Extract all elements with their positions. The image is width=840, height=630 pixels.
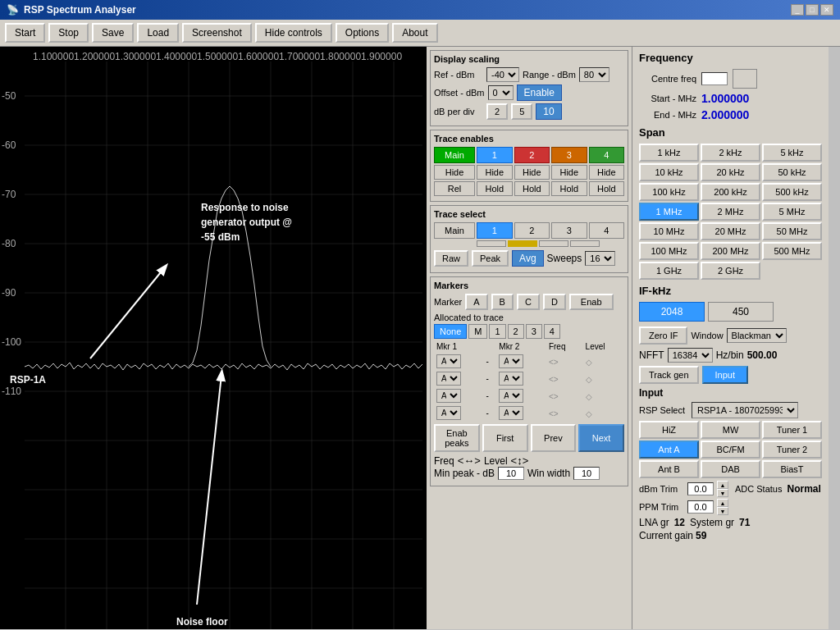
avg-button[interactable]: Avg — [512, 250, 543, 267]
trace-2-btn[interactable]: 2 — [514, 147, 550, 163]
span-1ghz[interactable]: 1 GHz — [639, 262, 699, 280]
rsp-select[interactable]: RSP1A - 1807025993 — [692, 402, 798, 418]
window-select[interactable]: Blackman — [727, 328, 787, 343]
prev-button[interactable]: Prev — [531, 424, 577, 452]
bc-fm-btn[interactable]: BC/FM — [701, 441, 760, 459]
hide-1-btn[interactable]: Hide — [477, 165, 513, 180]
span-10khz[interactable]: 10 kHz — [639, 163, 699, 181]
about-button[interactable]: About — [392, 23, 437, 43]
tuner2-btn[interactable]: Tuner 2 — [762, 441, 822, 459]
ppm-down-btn[interactable]: ▼ — [717, 507, 728, 515]
hide-2-btn[interactable]: Hide — [514, 165, 550, 180]
winwidth-input[interactable] — [573, 467, 600, 480]
alloc-m-btn[interactable]: M — [468, 324, 487, 339]
sel-3-btn[interactable]: 3 — [551, 222, 587, 239]
start-button[interactable]: Start — [5, 23, 45, 43]
hide-4-btn[interactable]: Hide — [589, 165, 625, 180]
dbm-trim-input[interactable] — [687, 482, 714, 495]
enab-peaks-button[interactable]: Enab peaks — [434, 424, 480, 452]
sel-4-btn[interactable]: 4 — [589, 222, 625, 239]
freq-spin[interactable] — [733, 69, 757, 89]
trace-4-btn[interactable]: 4 — [589, 147, 625, 163]
span-500mhz[interactable]: 500 MHz — [762, 242, 822, 260]
hide-main-btn[interactable]: Hide — [434, 165, 475, 180]
span-2khz[interactable]: 2 kHz — [701, 144, 760, 162]
hiz-btn[interactable]: HiZ — [639, 421, 699, 439]
marker-a-btn[interactable]: A — [465, 294, 487, 310]
if-2048-btn[interactable]: 2048 — [639, 302, 705, 322]
span-200khz[interactable]: 200 kHz — [701, 183, 760, 201]
hide-controls-button[interactable]: Hide controls — [255, 23, 332, 43]
ppm-trim-spin[interactable]: ▲ ▼ — [717, 499, 728, 515]
mkr1-row3-select[interactable]: A — [436, 389, 461, 403]
span-100mhz[interactable]: 100 MHz — [639, 242, 699, 260]
span-1mhz[interactable]: 1 MHz — [639, 203, 699, 221]
enable-button[interactable]: Enable — [517, 84, 562, 101]
span-1khz[interactable]: 1 kHz — [639, 144, 699, 162]
rel-main-btn[interactable]: Rel — [434, 181, 475, 196]
first-button[interactable]: First — [482, 424, 528, 452]
nfft-select[interactable]: 16384 — [668, 348, 713, 363]
mkr1-row2-select[interactable]: A — [436, 372, 461, 386]
span-20khz[interactable]: 20 kHz — [701, 163, 760, 181]
stop-button[interactable]: Stop — [48, 23, 89, 43]
trace-1-btn[interactable]: 1 — [477, 147, 513, 163]
if-450-btn[interactable]: 450 — [708, 302, 774, 322]
dab-btn[interactable]: DAB — [701, 460, 760, 478]
ppm-trim-input[interactable] — [687, 500, 714, 514]
hold-4-btn[interactable]: Hold — [589, 181, 625, 196]
dbm-up-btn[interactable]: ▲ — [717, 481, 728, 489]
mkr2-row4-select[interactable]: A — [499, 406, 523, 420]
dbm-down-btn[interactable]: ▼ — [717, 489, 728, 497]
span-100khz[interactable]: 100 kHz — [639, 183, 699, 201]
alloc-3-btn[interactable]: 3 — [526, 324, 542, 339]
span-500khz[interactable]: 500 kHz — [762, 183, 822, 201]
ppm-up-btn[interactable]: ▲ — [717, 499, 728, 507]
tuner1-btn[interactable]: Tuner 1 — [762, 421, 822, 439]
mkr1-row1-select[interactable]: A — [436, 354, 461, 368]
next-button[interactable]: Next — [578, 424, 624, 452]
span-10mhz[interactable]: 10 MHz — [639, 222, 699, 240]
db5-button[interactable]: 5 — [511, 103, 532, 120]
mkr1-row4-select[interactable]: A — [436, 406, 461, 420]
span-2mhz[interactable]: 2 MHz — [701, 203, 760, 221]
alloc-1-btn[interactable]: 1 — [489, 324, 505, 339]
centre-freq-input[interactable] — [701, 72, 728, 85]
hold-3-btn[interactable]: Hold — [551, 181, 587, 196]
minimize-button[interactable]: _ — [791, 4, 804, 16]
raw-button[interactable]: Raw — [434, 250, 468, 267]
trace-main-btn[interactable]: Main — [434, 147, 475, 163]
marker-enab-btn[interactable]: Enab — [569, 294, 614, 310]
alloc-2-btn[interactable]: 2 — [508, 324, 524, 339]
biast-btn[interactable]: BiasT — [762, 460, 822, 478]
hide-3-btn[interactable]: Hide — [551, 165, 587, 180]
close-button[interactable]: ✕ — [820, 4, 833, 16]
trace-3-btn[interactable]: 3 — [551, 147, 587, 163]
mkr2-row3-select[interactable]: A — [499, 389, 523, 403]
zero-if-btn[interactable]: Zero IF — [639, 326, 687, 345]
sel-1-btn[interactable]: 1 — [477, 222, 513, 239]
screenshot-button[interactable]: Screenshot — [182, 23, 252, 43]
span-50mhz[interactable]: 50 MHz — [762, 222, 822, 240]
marker-c-btn[interactable]: C — [517, 294, 540, 310]
dbm-trim-spin[interactable]: ▲ ▼ — [717, 481, 728, 497]
peak-button[interactable]: Peak — [472, 250, 509, 267]
ref-select[interactable]: -40 — [486, 67, 519, 82]
options-button[interactable]: Options — [336, 23, 389, 43]
mkr2-row2-select[interactable]: A — [499, 372, 523, 386]
db2-button[interactable]: 2 — [486, 103, 508, 120]
range-select[interactable]: 80 — [579, 67, 609, 82]
span-5khz[interactable]: 5 kHz — [762, 144, 822, 162]
mw-btn[interactable]: MW — [701, 421, 760, 439]
maximize-button[interactable]: □ — [806, 4, 819, 16]
sweeps-select[interactable]: 16 — [585, 251, 615, 266]
hold-1-btn[interactable]: Hold — [477, 181, 513, 196]
alloc-none-btn[interactable]: None — [434, 324, 467, 339]
track-gen-button[interactable]: Track gen — [639, 366, 699, 384]
marker-b-btn[interactable]: B — [491, 294, 514, 310]
mkr2-row1-select[interactable]: A — [499, 354, 523, 368]
offset-select[interactable]: 0 — [488, 85, 514, 100]
span-5mhz[interactable]: 5 MHz — [762, 203, 822, 221]
ant-a-btn[interactable]: Ant A — [639, 441, 699, 459]
sel-2-btn[interactable]: 2 — [514, 222, 550, 239]
